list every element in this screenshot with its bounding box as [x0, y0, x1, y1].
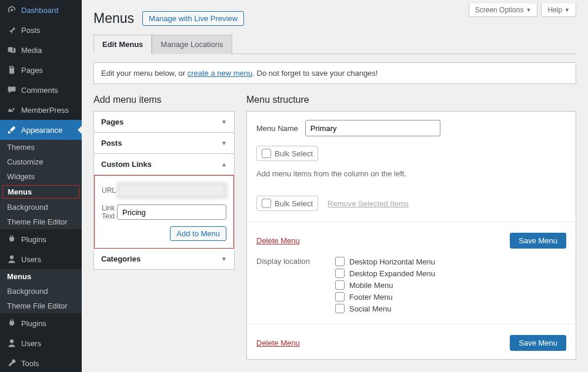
gauge-icon [6, 4, 18, 16]
sidebar-item-users-2[interactable]: Users [0, 333, 82, 353]
sidebar-label: Comments [21, 86, 58, 95]
wrench-icon [6, 357, 18, 369]
url-input[interactable] [117, 183, 226, 198]
location-option[interactable]: Desktop Expanded Menu [335, 269, 435, 278]
submenu-themes[interactable]: Themes [0, 140, 82, 155]
sidebar-item-media[interactable]: Media [0, 40, 82, 60]
sidebar-label: Media [21, 46, 42, 55]
chevron-up-icon: ▲ [221, 161, 227, 167]
help-label: Help [547, 6, 562, 14]
location-option[interactable]: Desktop Horizontal Menu [335, 257, 435, 266]
bulk-select-top[interactable]: Bulk Select [256, 146, 318, 161]
sidebar-item-comments[interactable]: Comments [0, 80, 82, 100]
sidebar-item-users[interactable]: Users [0, 249, 82, 269]
tab-edit-menus[interactable]: Edit Menus [93, 35, 152, 54]
location-label: Footer Menu [349, 293, 393, 301]
menu-structure-panel: Menu Name Bulk Select Add menu items fro… [246, 111, 576, 360]
location-option[interactable]: Social Menu [335, 304, 435, 313]
pages-icon [6, 64, 18, 76]
save-menu-button-2[interactable]: Save Menu [510, 335, 566, 351]
menu-name-input[interactable] [305, 120, 440, 136]
submenu-widgets[interactable]: Widgets [0, 169, 82, 184]
url-label: URL [102, 186, 117, 195]
sidebar-label: Pages [21, 66, 43, 75]
user-icon [6, 337, 18, 349]
screen-options-button[interactable]: Screen Options ▼ [469, 4, 538, 17]
submenu2-menus[interactable]: Menus [0, 269, 82, 284]
notice-text-pre: Edit your menu below, or [101, 69, 188, 78]
sidebar-label: Users [21, 255, 41, 264]
pin-icon [6, 24, 18, 36]
appearance-submenu: Themes Customize Widgets Menus Backgroun… [0, 140, 82, 229]
help-button[interactable]: Help ▼ [541, 4, 576, 17]
chevron-down-icon: ▼ [526, 7, 531, 13]
delete-menu-link[interactable]: Delete Menu [256, 236, 300, 245]
chevron-down-icon: ▼ [221, 256, 227, 262]
checkbox-icon[interactable] [335, 280, 345, 290]
main-content: Screen Options ▼ Help ▼ Menus Manage wit… [82, 0, 588, 372]
checkbox-icon[interactable] [262, 149, 271, 158]
location-label: Desktop Expanded Menu [349, 269, 435, 278]
add-to-menu-button[interactable]: Add to Menu [170, 226, 226, 241]
link-text-label: Link Text [102, 204, 117, 220]
add-items-heading: Add menu items [93, 95, 235, 105]
accordion-pages[interactable]: Pages ▼ [94, 112, 234, 133]
sidebar-label: Users [21, 339, 41, 348]
checkbox-icon[interactable] [335, 304, 345, 313]
sidebar-label: Dashboard [21, 6, 59, 15]
delete-menu-link-2[interactable]: Delete Menu [256, 339, 300, 347]
bulk-select-bottom[interactable]: Bulk Select [256, 196, 318, 211]
submenu-menus[interactable]: Menus [2, 185, 79, 199]
live-preview-button[interactable]: Manage with Live Preview [142, 11, 244, 26]
sidebar-item-pages[interactable]: Pages [0, 60, 82, 80]
sidebar-item-dashboard[interactable]: Dashboard [0, 0, 82, 20]
accordion-label: Pages [101, 118, 123, 126]
accordion-categories[interactable]: Categories ▼ [94, 249, 234, 269]
user-icon [6, 253, 18, 265]
submenu-customize[interactable]: Customize [0, 155, 82, 169]
save-menu-button[interactable]: Save Menu [510, 233, 566, 249]
submenu2-theme-file-editor[interactable]: Theme File Editor [0, 299, 82, 313]
accordion-posts[interactable]: Posts ▼ [94, 133, 234, 154]
checkbox-icon[interactable] [262, 199, 271, 208]
sidebar-item-tools[interactable]: Tools [0, 353, 82, 372]
link-text-input[interactable] [117, 205, 226, 220]
location-option[interactable]: Footer Menu [335, 292, 435, 301]
sidebar-item-plugins-2[interactable]: Plugins [0, 313, 82, 333]
notice-bar: Edit your menu below, or create a new me… [93, 62, 576, 84]
secondary-submenu: Menus Background Theme File Editor [0, 269, 82, 313]
page-title: Menus [93, 11, 134, 26]
sidebar-item-posts[interactable]: Posts [0, 20, 82, 40]
accordion-label: Custom Links [101, 160, 152, 169]
bulk-select-label: Bulk Select [275, 199, 313, 208]
checkbox-icon[interactable] [335, 257, 345, 266]
chevron-down-icon: ▼ [221, 119, 227, 125]
submenu2-background[interactable]: Background [0, 284, 82, 299]
create-new-menu-link[interactable]: create a new menu [188, 69, 253, 78]
location-label: Mobile Menu [349, 281, 393, 290]
structure-heading: Menu structure [246, 95, 576, 105]
sidebar-item-plugins[interactable]: Plugins [0, 229, 82, 249]
separator [247, 222, 576, 222]
chevron-down-icon: ▼ [564, 7, 570, 13]
sidebar-item-memberpress[interactable]: MemberPress [0, 100, 82, 120]
plug-icon [6, 233, 18, 245]
accordion-custom-links[interactable]: Custom Links ▲ [94, 154, 234, 175]
memberpress-icon [6, 104, 18, 116]
location-label: Desktop Horizontal Menu [349, 257, 435, 266]
sidebar-label: Tools [21, 359, 39, 368]
submenu-background[interactable]: Background [0, 200, 82, 215]
brush-icon [6, 124, 18, 136]
sidebar-item-appearance[interactable]: Appearance [0, 120, 82, 140]
nav-tabs: Edit Menus Manage Locations [93, 35, 576, 54]
remove-selected-link[interactable]: Remove Selected Items [328, 199, 409, 208]
sidebar-label: MemberPress [21, 106, 69, 115]
notice-text-post: . Do not forget to save your changes! [252, 69, 377, 78]
checkbox-icon[interactable] [335, 269, 345, 278]
sidebar-label: Appearance [21, 126, 62, 135]
add-items-accordion: Pages ▼ Posts ▼ Custom Links ▲ URL [93, 111, 235, 270]
submenu-theme-file-editor[interactable]: Theme File Editor [0, 215, 82, 229]
checkbox-icon[interactable] [335, 292, 345, 301]
location-option[interactable]: Mobile Menu [335, 280, 435, 290]
tab-manage-locations[interactable]: Manage Locations [152, 35, 232, 54]
